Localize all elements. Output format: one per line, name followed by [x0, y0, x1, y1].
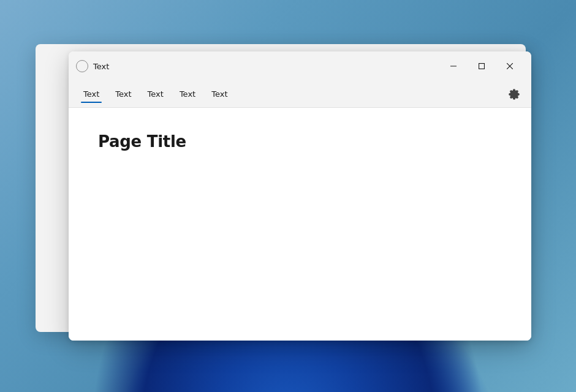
close-icon — [507, 63, 513, 69]
window-title: Text — [93, 62, 439, 71]
main-window: Text Tex — [69, 51, 531, 341]
nav-tab-4[interactable]: Text — [204, 86, 235, 102]
svg-rect-1 — [479, 64, 485, 69]
app-icon — [76, 60, 88, 72]
nav-tab-0[interactable]: Text — [76, 86, 107, 102]
page-title: Page Title — [98, 132, 502, 151]
minimize-button[interactable] — [439, 56, 468, 76]
nav-tab-1[interactable]: Text — [108, 86, 138, 102]
window-controls — [439, 56, 524, 76]
navbar: Text Text Text Text Text — [69, 81, 531, 108]
nav-tab-2[interactable]: Text — [140, 86, 171, 102]
titlebar: Text — [69, 51, 531, 81]
content-area: Page Title — [69, 108, 531, 341]
settings-button[interactable] — [504, 85, 524, 104]
maximize-icon — [479, 63, 485, 69]
maximize-button[interactable] — [468, 56, 496, 76]
nav-tabs: Text Text Text Text Text — [76, 86, 504, 102]
minimize-icon — [450, 63, 457, 69]
close-button[interactable] — [496, 56, 524, 76]
settings-area — [504, 85, 524, 104]
gear-icon — [509, 89, 520, 100]
nav-tab-3[interactable]: Text — [172, 86, 203, 102]
